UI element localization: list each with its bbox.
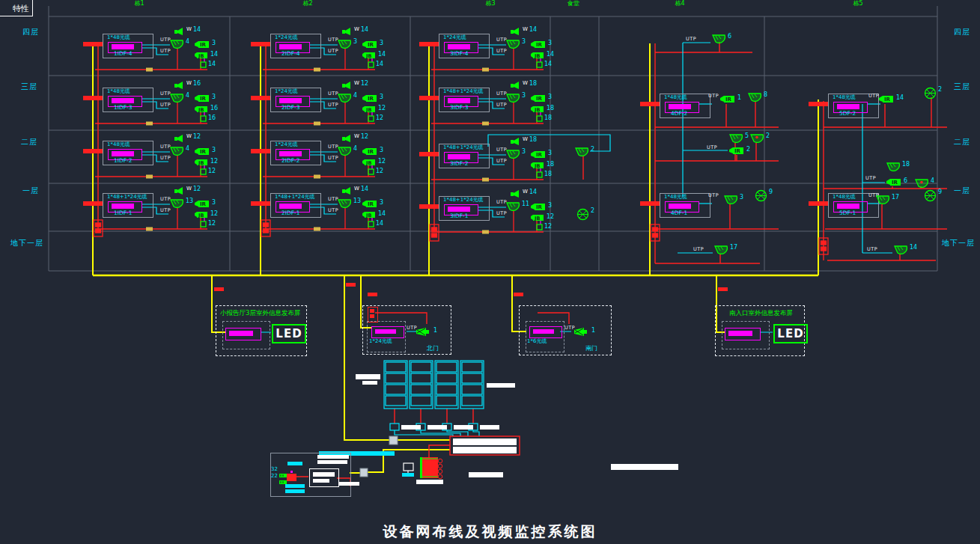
label-bar	[285, 484, 305, 488]
terminal-box-icon: 14	[536, 61, 552, 68]
speaker-w-label: W	[523, 81, 528, 86]
dome-camera-icon: 4	[338, 93, 357, 103]
dome-camera-icon: 5	[729, 133, 749, 143]
device-count: 13	[186, 198, 193, 204]
speaker-icon: W12	[341, 134, 368, 143]
utp-line-label: UTP	[328, 103, 338, 108]
core-switch-2	[453, 447, 517, 453]
led-box-title: 南入口室外信息发布屏	[729, 310, 793, 317]
floor-label-left-b1: 地下一层	[10, 239, 43, 247]
utp-line-label: UTP	[496, 211, 507, 216]
device-count: 14	[529, 27, 537, 33]
ir-detector-icon: IR3	[362, 147, 383, 156]
ir-detector-icon: IR3	[195, 94, 216, 103]
idf-name-label: 4DF-1	[671, 210, 687, 216]
svg-text:IR: IR	[368, 149, 374, 155]
properties-panel-tab[interactable]: 特性	[0, 0, 33, 16]
device-count: 4	[186, 39, 189, 45]
column-header-5: 栋4	[675, 1, 684, 7]
device-count: 12	[193, 186, 201, 192]
speaker-w-label: W	[186, 27, 192, 32]
device-count: 1	[737, 95, 741, 101]
speaker-w-label: W	[523, 189, 528, 195]
dome-camera-icon: 3	[724, 195, 743, 204]
junction-box-icon: JB14	[362, 211, 386, 218]
device-count: 17	[892, 195, 899, 201]
svg-text:JB: JB	[198, 213, 204, 218]
dome-camera-icon: 3	[338, 39, 357, 49]
access-switch	[225, 328, 261, 340]
svg-text:IR: IR	[892, 180, 898, 186]
label-bar	[317, 460, 347, 464]
terminal-box-icon: 12	[368, 115, 383, 122]
idf-name-label: 1IDF-1	[114, 210, 133, 216]
red-backbone-lines	[98, 42, 947, 486]
junction-box-icon: JB14	[195, 52, 218, 59]
device-count: 12	[547, 214, 554, 220]
column-header-2: 栋2	[302, 1, 312, 7]
fiber-spec-label: 1*48+1*24光缆	[443, 89, 484, 94]
utp-line-label: UTP	[160, 208, 171, 213]
fiber-spec-label: 1*48光缆	[107, 35, 130, 40]
svg-text:IR: IR	[536, 152, 543, 158]
device-count: 12	[378, 106, 386, 111]
device-count: 2	[591, 147, 594, 153]
idf-switch-block: 1*48光缆4DF-2	[660, 94, 710, 118]
device-count: 18	[529, 137, 537, 143]
junction-box-icon: JB18	[531, 162, 554, 169]
utp-line-label: UTP	[160, 49, 171, 54]
speaker-w-label: W	[186, 134, 192, 139]
device-count: 12	[361, 81, 368, 87]
ir-detector-icon: IR3	[362, 40, 383, 49]
svg-text:JB: JB	[534, 107, 540, 113]
device-count: 14	[376, 221, 383, 227]
dome-camera-icon: 8	[748, 92, 767, 102]
ir-detector-icon: IR3	[195, 40, 216, 49]
idf-name-label: 2IDF-3	[281, 105, 300, 111]
column-header-4: 食堂	[567, 1, 579, 7]
fiber-label: 1*24光缆	[369, 339, 392, 344]
svg-text:IR: IR	[368, 201, 374, 207]
idf-switch-block: 1*24光缆2IDF-2	[270, 141, 321, 165]
ir-detector-icon: IR3	[531, 150, 552, 159]
floor-label-left-2: 二层	[21, 138, 37, 146]
label-bar	[356, 374, 380, 379]
utp-line-label: UTP	[328, 156, 338, 161]
ir-detector-icon: IR2	[729, 147, 750, 155]
dome-camera-alarm-icon: 4	[915, 178, 934, 188]
led-screen: LED	[272, 324, 306, 343]
idf-name-label: 1IDF-4	[114, 51, 133, 57]
utp-line-label: UTP	[867, 247, 877, 252]
svg-text:JB: JB	[365, 160, 371, 166]
device-count: 6	[904, 178, 907, 184]
idf-name-label: 3IDF-1	[450, 213, 469, 219]
fiber-spec-label: 1*48光缆	[664, 95, 687, 100]
floor-label-left-3: 三层	[21, 83, 37, 91]
label-bar	[469, 472, 503, 477]
utp-line-label: UTP	[708, 94, 719, 99]
utp-line-label: UTP	[160, 91, 171, 97]
terminal-box-icon: 12	[200, 221, 216, 227]
ir-detector-icon: IR3	[195, 200, 216, 208]
floor-label-right-4: 四层	[954, 28, 970, 36]
fiber-spec-label: 1*24光缆	[443, 35, 466, 40]
device-count: 12	[361, 134, 368, 140]
storage-array	[421, 457, 438, 478]
device-count: 3	[380, 40, 383, 46]
device-count: 2	[591, 208, 594, 214]
junction-box-icon: JB14	[531, 52, 554, 59]
device-count: 3	[380, 147, 383, 153]
device-count: 14	[544, 61, 552, 67]
utp-line-label: UTP	[496, 49, 507, 54]
svg-text:JB: JB	[534, 163, 540, 169]
fiber-spec-label: 1*24光缆	[275, 89, 298, 94]
fiber-spec-label: 1*48光缆	[833, 195, 856, 200]
speaker-icon: W14	[341, 27, 368, 36]
svg-text:IR: IR	[734, 148, 741, 154]
device-count: 4	[931, 178, 934, 184]
idf-switch-block: 1*24光缆2IDF-3	[270, 88, 321, 112]
dome-camera-icon: 4	[170, 39, 189, 49]
device-count: 3	[212, 94, 216, 100]
box-camera-icon	[416, 326, 430, 340]
camera-count: 1	[591, 328, 595, 334]
